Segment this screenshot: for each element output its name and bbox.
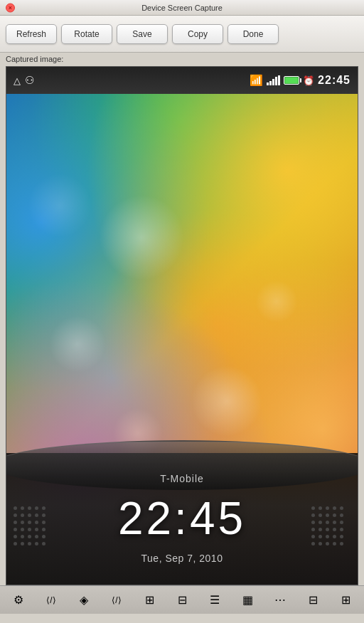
- taskbar-item[interactable]: ⊞: [134, 589, 165, 612]
- done-button[interactable]: Done: [228, 24, 279, 44]
- statusbar-left-icons: △ ⚇: [14, 74, 34, 87]
- taskbar: ⚙ ⟨/⟩ ◈ ⟨/⟩ ⊞ ⊟ ☰ ▦ ⋯ ⊟ ⊞: [0, 585, 364, 614]
- status-time: 22:45: [318, 74, 350, 87]
- taskbar-item[interactable]: ☰: [199, 589, 230, 612]
- taskbar-item[interactable]: ⚙: [3, 589, 34, 612]
- device-screen-wrapper: △ ⚇ 📶 ⏰: [0, 66, 364, 585]
- usb-icon: ⚇: [25, 74, 34, 87]
- captured-label: Captured image:: [0, 53, 364, 66]
- notification-icon: △: [14, 75, 21, 86]
- lockscreen-panel: T-Mobile 22:45 Tue, Sep 7, 2010: [6, 453, 358, 585]
- rotate-button[interactable]: Rotate: [61, 24, 112, 44]
- taskbar-item[interactable]: ⟨/⟩: [36, 589, 67, 612]
- signal-bars: [267, 75, 280, 85]
- refresh-button[interactable]: Refresh: [6, 24, 57, 44]
- wifi-icon: 📶: [250, 74, 263, 87]
- toolbar: Refresh Rotate Save Copy Done: [0, 16, 364, 53]
- taskbar-item[interactable]: ⊞: [330, 589, 361, 612]
- title-bar: × Device Screen Capture: [0, 0, 364, 16]
- close-button[interactable]: ×: [6, 3, 15, 12]
- statusbar-right-icons: 📶 ⏰ 22:45: [250, 74, 350, 87]
- lockscreen-carrier: T-Mobile: [6, 473, 358, 484]
- lockscreen-time: 22:45: [6, 492, 358, 545]
- android-statusbar: △ ⚇ 📶 ⏰: [6, 67, 358, 94]
- save-button[interactable]: Save: [117, 24, 168, 44]
- alarm-icon: ⏰: [303, 75, 314, 86]
- taskbar-item[interactable]: ⟨/⟩: [101, 589, 132, 612]
- taskbar-item[interactable]: ▦: [232, 589, 263, 612]
- copy-button[interactable]: Copy: [172, 24, 223, 44]
- taskbar-item[interactable]: ⊟: [166, 589, 198, 612]
- device-screen: △ ⚇ 📶 ⏰: [6, 66, 358, 585]
- window-title: Device Screen Capture: [141, 4, 223, 12]
- battery-icon: [284, 76, 299, 85]
- lockscreen-date: Tue, Sep 7, 2010: [6, 553, 358, 564]
- taskbar-item[interactable]: ◈: [68, 589, 100, 612]
- taskbar-item[interactable]: ⋯: [264, 589, 296, 612]
- taskbar-item[interactable]: ⊟: [297, 589, 328, 612]
